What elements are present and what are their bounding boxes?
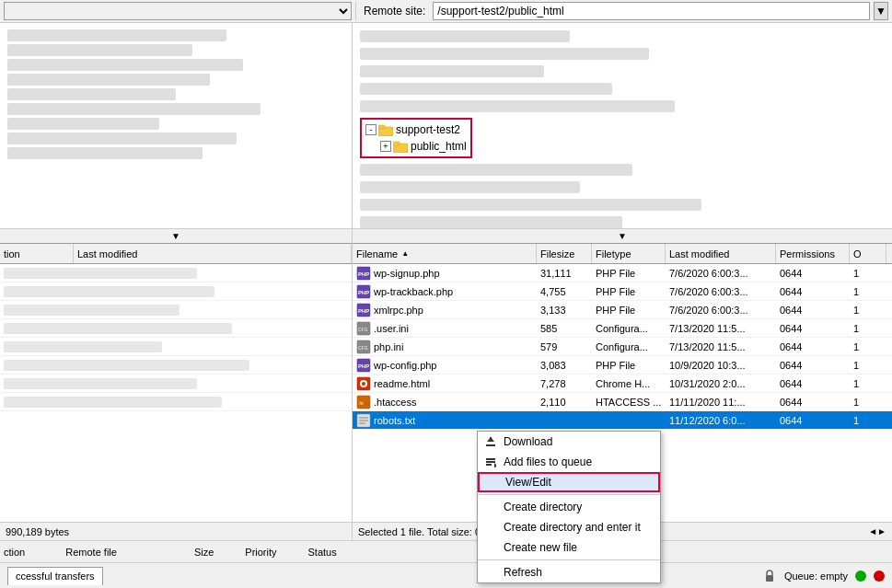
svg-rect-29 [486, 458, 495, 460]
table-row [0, 338, 352, 356]
file-type: HTACCESS ... [592, 396, 666, 409]
svg-rect-27 [490, 437, 492, 442]
file-name: .htaccess [374, 397, 416, 408]
queue-label: Queue: empty [784, 571, 848, 582]
svg-text:.ht: .ht [358, 400, 364, 406]
file-modified: 7/6/2020 6:00:3... [666, 304, 776, 317]
scroll-left[interactable]: ◄ [868, 526, 877, 536]
txt-file-icon [356, 413, 371, 428]
context-menu-download-label: Download [504, 435, 552, 448]
col-header-filename[interactable]: Filename▲ [353, 244, 537, 263]
context-menu-create-dir-enter[interactable]: Create directory and enter it [478, 517, 660, 537]
file-name: .user.ini [374, 323, 409, 334]
svg-text:PHP: PHP [358, 363, 369, 369]
context-menu-download[interactable]: Download [478, 432, 660, 452]
list-item [7, 103, 261, 115]
context-menu-createfile-label: Create new file [504, 541, 577, 554]
file-perms: 0644 [776, 377, 850, 390]
scroll-right[interactable]: ► [877, 526, 886, 536]
tree-bottom-arrow[interactable]: ▼ [0, 228, 352, 243]
file-type: Configura... [592, 340, 666, 353]
svg-text:CFG: CFG [358, 327, 368, 332]
tree-expander[interactable]: - [365, 124, 376, 135]
file-modified: 10/9/2020 10:3... [666, 359, 776, 372]
file-o: 1 [850, 322, 886, 335]
tree-expander[interactable]: + [380, 141, 391, 152]
context-menu-refresh[interactable]: Refresh [478, 562, 660, 582]
col-header-o[interactable]: O [850, 244, 886, 263]
context-menu-separator-1 [478, 494, 660, 495]
file-size: 3,133 [537, 304, 592, 317]
add-queue-icon [483, 455, 498, 469]
successful-transfers-tab[interactable]: ccessful transfers [7, 567, 103, 585]
local-site-dropdown[interactable] [4, 2, 352, 20]
left-tree-scroll[interactable] [0, 23, 352, 228]
file-size: 2,110 [537, 396, 592, 409]
table-row[interactable]: CFG .user.ini 585 Configura... 7/13/2020… [353, 319, 892, 338]
table-row[interactable]: PHP xmlrpc.php 3,133 PHP File 7/6/2020 6… [353, 301, 892, 319]
config-file-icon: CFG [356, 321, 371, 336]
folder-icon [378, 123, 393, 136]
list-item [7, 133, 237, 144]
tree-row [360, 179, 885, 195]
table-row[interactable]: readme.html 7,278 Chrome H... 10/31/2020… [353, 375, 892, 393]
remote-site-input[interactable] [433, 2, 870, 20]
file-perms: 0644 [776, 322, 850, 335]
left-tree-section: ▼ [0, 23, 352, 244]
context-menu-add-queue[interactable]: Add files to queue [478, 452, 660, 472]
table-row[interactable]: PHP wp-signup.php 31,111 PHP File 7/6/20… [353, 264, 892, 282]
svg-rect-3 [393, 142, 400, 145]
context-menu-refresh-label: Refresh [504, 566, 542, 579]
file-type: PHP File [592, 267, 666, 280]
status-dot-red [874, 571, 885, 582]
remote-site-dropdown-btn[interactable]: ▼ [874, 2, 888, 20]
svg-rect-28 [486, 444, 495, 446]
file-modified: 7/13/2020 11:5... [666, 322, 776, 335]
transfer-col-remote: Remote file [65, 547, 117, 558]
tree-row-support-test2[interactable]: - support-test2 [365, 121, 467, 138]
table-row [0, 393, 352, 411]
transfer-col-status: Status [308, 547, 337, 558]
col-header-filesize[interactable]: Filesize [537, 244, 592, 263]
right-tree-bottom-arrow[interactable]: ▼ [353, 228, 892, 243]
svg-rect-25 [766, 575, 773, 582]
left-file-list: tion Last modified 990,189 bytes [0, 244, 352, 540]
context-menu-addqueue-label: Add files to queue [504, 455, 592, 468]
file-name: robots.txt [374, 415, 415, 426]
right-tree-scroll[interactable]: - support-test2 + [353, 23, 892, 228]
folder-icon [393, 140, 408, 153]
tree-row [360, 46, 885, 62]
col-header-lastmod[interactable]: Last modified [666, 244, 776, 263]
table-row-robots-txt[interactable]: robots.txt 11/12/2020 6:0... 0644 1 [353, 411, 892, 430]
tree-row [360, 29, 885, 44]
table-row [0, 264, 352, 282]
file-name: wp-signup.php [374, 268, 440, 279]
col-header-perms[interactable]: Permissions [776, 244, 850, 263]
config-file-icon: CFG [356, 340, 371, 354]
file-perms: 0644 [776, 396, 850, 409]
svg-text:PHP: PHP [358, 271, 369, 277]
context-menu-create-file[interactable]: Create new file [478, 537, 660, 558]
table-row[interactable]: CFG php.ini 579 Configura... 7/13/2020 1… [353, 338, 892, 356]
file-o: 1 [850, 340, 886, 353]
file-type [592, 420, 666, 421]
col-header-filetype[interactable]: Filetype [592, 244, 666, 263]
php-file-icon: PHP [356, 303, 371, 317]
context-menu-viewedit-label: View/Edit [505, 476, 551, 489]
context-menu-create-dir[interactable]: Create directory [478, 497, 660, 517]
right-scrollbar-area: ◄ ► [868, 526, 886, 536]
file-size: 7,278 [537, 377, 592, 390]
table-row[interactable]: .ht .htaccess 2,110 HTACCESS ... 11/11/2… [353, 393, 892, 411]
file-size: 31,111 [537, 267, 592, 280]
context-menu-createdir-label: Create directory [504, 501, 582, 513]
table-row[interactable]: PHP wp-trackback.php 4,755 PHP File 7/6/… [353, 282, 892, 301]
context-menu-separator-2 [478, 559, 660, 560]
tree-row-public-html[interactable]: + public_html [365, 138, 467, 155]
svg-point-18 [362, 382, 365, 386]
left-status-bar: 990,189 bytes [0, 522, 352, 540]
left-file-body[interactable] [0, 264, 352, 522]
left-col-lastmod: Last modified [74, 244, 352, 263]
table-row[interactable]: PHP wp-config.php 3,083 PHP File 10/9/20… [353, 356, 892, 375]
context-menu-view-edit[interactable]: View/Edit [478, 472, 660, 492]
file-modified: 7/6/2020 6:00:3... [666, 285, 776, 298]
